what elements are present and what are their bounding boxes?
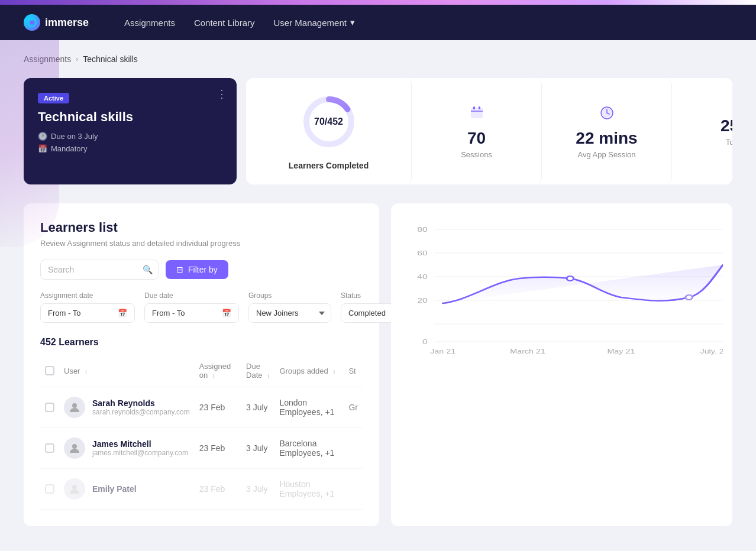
nav-user-management[interactable]: User Management ▾ <box>274 15 355 30</box>
sessions-icon <box>469 104 485 124</box>
timer-icon <box>599 104 615 124</box>
groups-filter: Groups New Joiners <box>248 291 331 323</box>
filters-row: 🔍 ⊟ Filter by <box>40 260 363 280</box>
user-name: Emily Patel <box>92 484 137 494</box>
due-date-meta: 🕐 Due on 3 July <box>38 132 222 141</box>
col-user-header[interactable]: User ↕ <box>59 355 195 387</box>
top-section: ⋮ Active Technical skills 🕐 Due on 3 Jul… <box>24 78 732 184</box>
groups-sort-icon: ↕ <box>332 368 335 375</box>
page-bg: Assignments › Technical skills ⋮ Active … <box>0 40 756 551</box>
assignment-date-label: Assignment date <box>40 291 135 300</box>
search-wrap: 🔍 <box>40 260 159 280</box>
row1-checkbox-cell <box>40 387 59 428</box>
nav-content-library[interactable]: Content Library <box>194 15 255 30</box>
svg-rect-5 <box>473 106 475 109</box>
due-date-filter: Due date From - To 📅 <box>144 291 239 323</box>
row1-assigned-on: 23 Feb <box>195 387 241 428</box>
row2-checkbox-cell <box>40 428 59 469</box>
breadcrumb-assignments[interactable]: Assignments <box>24 54 71 64</box>
user-cell: Emily Patel <box>64 478 190 500</box>
row3-checkbox[interactable] <box>45 484 54 494</box>
top-gradient <box>0 0 756 5</box>
logo[interactable]: immerse <box>24 14 89 31</box>
avg-session-card: 22 mins Avg App Session <box>542 78 672 184</box>
learners-list-title: Learners list <box>40 220 363 235</box>
col-assigned-on-header[interactable]: Assigned on ↕ <box>195 355 241 387</box>
assignment-date-select[interactable]: From - To 📅 <box>40 303 135 323</box>
search-icon: 🔍 <box>143 265 153 274</box>
sessions-label: Sessions <box>461 150 492 159</box>
svg-text:60: 60 <box>417 249 428 257</box>
select-all-checkbox[interactable] <box>45 366 54 375</box>
svg-point-12 <box>72 403 77 408</box>
row3-checkbox-cell <box>40 469 59 510</box>
total-card: 25 h Total... <box>672 78 732 184</box>
table-row[interactable]: Sarah Reynolds sarah.reynolds@company.co… <box>40 387 363 428</box>
user-avatar <box>64 437 85 459</box>
card-menu[interactable]: ⋮ <box>217 87 227 101</box>
svg-point-14 <box>72 485 77 490</box>
groups-label: Groups <box>248 291 331 300</box>
row2-checkbox[interactable] <box>45 443 54 453</box>
table-row[interactable]: Emily Patel 23 Feb 3 July Houston Employ… <box>40 469 363 510</box>
due-date-label: Due date <box>144 291 239 300</box>
donut-container: 70/452 <box>299 92 358 151</box>
svg-point-27 <box>686 295 692 300</box>
user-name: James Mitchell <box>92 439 188 449</box>
row2-user-cell: James Mitchell james.mitchell@company.co… <box>59 428 195 469</box>
user-avatar <box>64 478 85 500</box>
learners-count: 452 Learners <box>40 337 363 348</box>
calendar-icon-due: 📅 <box>222 309 231 317</box>
user-name: Sarah Reynolds <box>92 398 190 408</box>
learners-table: User ↕ Assigned on ↕ Due Date ↕ Groups <box>40 355 363 510</box>
svg-rect-6 <box>479 106 480 109</box>
groups-select[interactable]: New Joiners <box>248 303 331 323</box>
user-cell: James Mitchell james.mitchell@company.co… <box>64 437 190 459</box>
due-date-select[interactable]: From - To 📅 <box>144 303 239 323</box>
row3-groups: Houston Employees, +1 <box>274 469 344 510</box>
sessions-card: 70 Sessions <box>412 78 542 184</box>
row1-groups: London Employees, +1 <box>274 387 344 428</box>
dropdowns-row: Assignment date From - To 📅 Due date Fro… <box>40 291 363 323</box>
user-sort-icon: ↕ <box>85 368 88 375</box>
filter-by-button[interactable]: ⊟ Filter by <box>166 260 228 279</box>
due-date-label: Due on 3 July <box>51 132 98 141</box>
sessions-value: 70 <box>467 129 486 148</box>
filter-icon: ⊟ <box>176 265 183 274</box>
user-email: sarah.reynolds@company.com <box>92 408 190 416</box>
svg-point-13 <box>72 444 77 449</box>
calendar-icon-filter: 📅 <box>118 309 127 317</box>
assignment-card: ⋮ Active Technical skills 🕐 Due on 3 Jul… <box>24 78 237 184</box>
row3-user-cell: Emily Patel <box>59 469 195 510</box>
svg-text:80: 80 <box>417 226 428 233</box>
total-label: Total... <box>726 138 732 147</box>
user-email: james.mitchell@company.com <box>92 449 188 457</box>
due-date-sort-icon: ↕ <box>267 372 270 379</box>
col-groups-header[interactable]: Groups added ↕ <box>274 355 344 387</box>
breadcrumb: Assignments › Technical skills <box>24 54 732 64</box>
svg-point-26 <box>567 276 573 281</box>
stats-block: 70/452 Learners Completed 70 Sessions <box>246 78 732 184</box>
breadcrumb-separator: › <box>76 55 78 63</box>
row3-assigned-on: 23 Feb <box>195 469 241 510</box>
row2-assigned-on: 23 Feb <box>195 428 241 469</box>
row1-user-cell: Sarah Reynolds sarah.reynolds@company.co… <box>59 387 195 428</box>
assignment-date-value: From - To <box>48 309 80 317</box>
col-checkbox <box>40 355 59 387</box>
svg-text:20: 20 <box>417 297 428 304</box>
total-value: 25 h <box>721 116 732 135</box>
col-due-date-header[interactable]: Due Date ↕ <box>241 355 274 387</box>
assignment-meta: 🕐 Due on 3 July 📅 Mandatory <box>38 132 222 153</box>
mandatory-meta: 📅 Mandatory <box>38 144 222 153</box>
table-row[interactable]: James Mitchell james.mitchell@company.co… <box>40 428 363 469</box>
navbar: immerse Assignments Content Library User… <box>0 5 756 40</box>
assigned-on-sort-icon: ↕ <box>212 372 215 379</box>
avg-session-value: 22 mins <box>576 129 637 148</box>
nav-assignments[interactable]: Assignments <box>124 15 175 30</box>
assignment-date-filter: Assignment date From - To 📅 <box>40 291 135 323</box>
row3-status <box>344 469 363 510</box>
logo-icon <box>24 14 40 31</box>
row1-checkbox[interactable] <box>45 403 54 412</box>
search-input[interactable] <box>40 260 159 280</box>
svg-point-1 <box>30 21 34 24</box>
